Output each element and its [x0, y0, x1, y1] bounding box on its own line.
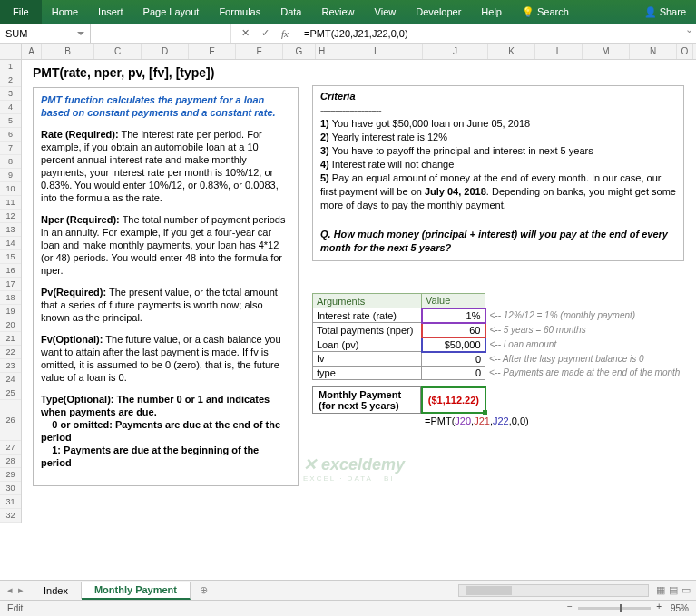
ribbon-tab-developer[interactable]: Developer: [406, 0, 471, 24]
row-31[interactable]: 31: [0, 495, 21, 509]
row-30[interactable]: 30: [0, 482, 21, 495]
col-K[interactable]: K: [488, 44, 535, 59]
col-N[interactable]: N: [630, 44, 677, 59]
col-O[interactable]: O: [677, 44, 693, 59]
row-2[interactable]: 2: [0, 73, 21, 87]
row-28[interactable]: 28: [0, 455, 21, 468]
ribbon-tab-formulas[interactable]: Formulas: [209, 0, 270, 24]
dashes-2: -------------------------: [320, 212, 676, 226]
row-15[interactable]: 15: [0, 250, 21, 264]
name-box[interactable]: SUM: [0, 24, 91, 43]
ribbon-search[interactable]: 💡 Search: [512, 0, 579, 24]
arg-value-nper[interactable]: 60: [422, 323, 485, 337]
zoom-thumb[interactable]: [620, 604, 622, 612]
col-L[interactable]: L: [535, 44, 583, 59]
select-all-corner[interactable]: [0, 44, 22, 59]
row-24[interactable]: 24: [0, 373, 21, 386]
col-F[interactable]: F: [236, 44, 283, 59]
row-29[interactable]: 29: [0, 468, 21, 482]
arg-value-fv[interactable]: 0: [422, 352, 485, 367]
ribbon-tab-insert[interactable]: Insert: [88, 0, 133, 24]
add-sheet-icon[interactable]: ⊕: [191, 584, 217, 596]
arg-label-rate[interactable]: Interest rate (rate): [313, 308, 422, 323]
horizontal-scrollbar[interactable]: [458, 584, 649, 597]
row-8[interactable]: 8: [0, 155, 21, 169]
formula-ref-nper: J21: [474, 416, 490, 426]
col-E[interactable]: E: [189, 44, 236, 59]
col-M[interactable]: M: [583, 44, 630, 59]
col-D[interactable]: D: [142, 44, 189, 59]
enter-icon[interactable]: ✓: [255, 27, 275, 39]
row-16[interactable]: 16: [0, 264, 21, 278]
ribbon-share[interactable]: 👤 Share: [634, 0, 696, 24]
sheet-tab-monthly-payment[interactable]: Monthly Payment: [82, 582, 191, 600]
row-25[interactable]: 25: [0, 386, 21, 400]
row-32[interactable]: 32: [0, 509, 21, 523]
col-I[interactable]: I: [328, 44, 423, 59]
row-17[interactable]: 17: [0, 278, 21, 291]
sheet-next-icon[interactable]: ▸: [18, 584, 24, 596]
formula-pre: =PMT(: [425, 416, 455, 426]
row-11[interactable]: 11: [0, 196, 21, 210]
arg-label-nper[interactable]: Total payments (nper): [313, 323, 422, 337]
intro-text: PMT function calculates the payment for …: [41, 93, 290, 119]
row-4[interactable]: 4: [0, 101, 21, 114]
row-18[interactable]: 18: [0, 291, 21, 305]
col-J[interactable]: J: [423, 44, 488, 59]
col-A[interactable]: A: [22, 44, 42, 59]
ribbon-tab-file[interactable]: File: [0, 0, 42, 24]
col-H[interactable]: H: [316, 44, 328, 59]
row-3[interactable]: 3: [0, 87, 21, 101]
ribbon-tab-home[interactable]: Home: [42, 0, 88, 24]
ribbon-tab-view[interactable]: View: [365, 0, 407, 24]
ribbon-tab-data[interactable]: Data: [270, 0, 311, 24]
col-G[interactable]: G: [283, 44, 316, 59]
monthly-formula-cell[interactable]: =PMT(J20,J21,J22,0,0): [312, 416, 529, 426]
monthly-payment-label[interactable]: Monthly Payment (for next 5 years): [312, 386, 421, 414]
col-B[interactable]: B: [42, 44, 94, 59]
ribbon-tab-review[interactable]: Review: [311, 0, 364, 24]
ribbon-tab-help[interactable]: Help: [471, 0, 512, 24]
normal-view-icon[interactable]: ▦: [656, 584, 665, 596]
row-19[interactable]: 19: [0, 305, 21, 318]
zoom-level[interactable]: 95%: [671, 603, 689, 613]
row-26[interactable]: 26: [0, 400, 21, 441]
row-22[interactable]: 22: [0, 346, 21, 359]
arg-label-pv[interactable]: Loan (pv): [313, 337, 422, 352]
zoom-slider[interactable]: [578, 607, 651, 610]
arg-label-type[interactable]: type: [313, 366, 422, 379]
status-bar: Edit 95%: [0, 600, 696, 616]
col-C[interactable]: C: [94, 44, 142, 59]
formula-expand-icon[interactable]: ⌄: [681, 24, 696, 43]
row-12[interactable]: 12: [0, 210, 21, 223]
ribbon-tab-page-layout[interactable]: Page Layout: [133, 0, 210, 24]
arg-label-fv[interactable]: fv: [313, 352, 422, 367]
row-5[interactable]: 5: [0, 114, 21, 128]
arg-value-pv[interactable]: $50,000: [422, 337, 485, 352]
row-13[interactable]: 13: [0, 223, 21, 237]
row-21[interactable]: 21: [0, 332, 21, 346]
scrollbar-thumb[interactable]: [466, 586, 512, 595]
monthly-payment-value[interactable]: ($1,112.22): [421, 386, 486, 414]
dashes-1: -------------------------: [320, 103, 676, 117]
row-6[interactable]: 6: [0, 128, 21, 142]
row-20[interactable]: 20: [0, 318, 21, 332]
row-9[interactable]: 9: [0, 169, 21, 182]
formula-input[interactable]: =PMT(J20,J21,J22,0,0): [299, 24, 681, 43]
row-1[interactable]: 1: [0, 60, 21, 73]
sheet-canvas[interactable]: PMT(rate, nper, pv, [fv], [type]) PMT fu…: [22, 60, 696, 523]
row-14[interactable]: 14: [0, 237, 21, 250]
row-27[interactable]: 27: [0, 441, 21, 455]
cancel-icon[interactable]: ✕: [235, 27, 255, 39]
row-23[interactable]: 23: [0, 359, 21, 373]
page-break-icon[interactable]: ▭: [681, 584, 691, 596]
sheet-prev-icon[interactable]: ◂: [7, 584, 13, 596]
criteria-title: Criteria: [320, 90, 676, 103]
arg-value-type[interactable]: 0: [422, 366, 485, 379]
row-10[interactable]: 10: [0, 182, 21, 196]
page-layout-icon[interactable]: ▤: [669, 584, 678, 596]
arg-value-rate[interactable]: 1%: [422, 308, 485, 323]
fx-icon[interactable]: fx: [275, 28, 295, 39]
row-7[interactable]: 7: [0, 142, 21, 155]
sheet-tab-index[interactable]: Index: [31, 582, 82, 599]
